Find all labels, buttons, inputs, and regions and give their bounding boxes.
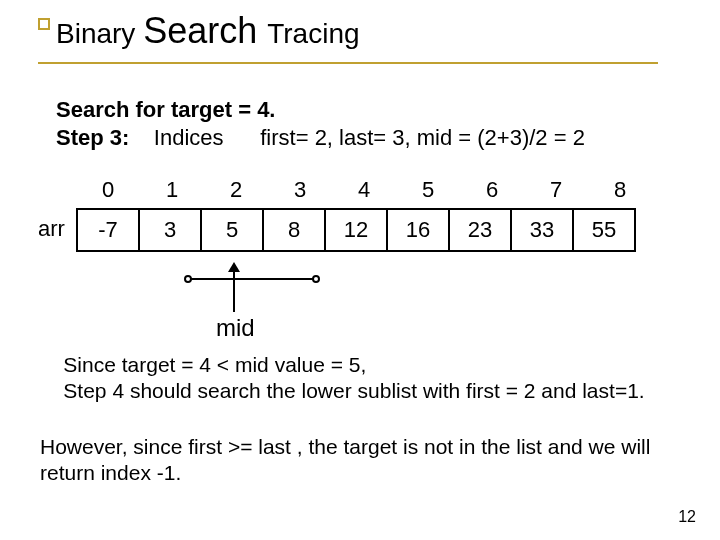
step-rest: first= 2, last= 3, mid = (2+3)/2 = 2 <box>230 125 585 150</box>
target-line: Search for target = 4. <box>56 96 275 124</box>
mid-arrow-stem <box>233 272 235 312</box>
index-row: 012345678 <box>76 172 652 208</box>
array-label: arr <box>38 216 65 242</box>
mid-arrow-head <box>228 262 240 272</box>
value-cell: 23 <box>448 208 512 252</box>
title-accent-square <box>38 18 50 30</box>
value-cell: 3 <box>138 208 202 252</box>
index-cell: 4 <box>332 172 396 208</box>
index-cell: 2 <box>204 172 268 208</box>
index-cell: 0 <box>76 172 140 208</box>
title-part-2: Search <box>143 10 267 51</box>
value-cell: 16 <box>386 208 450 252</box>
title-underline <box>38 62 658 64</box>
mid-label: mid <box>216 314 255 342</box>
step-word: Indices <box>135 125 223 150</box>
step-line: Step 3: Indices first= 2, last= 3, mid =… <box>56 124 585 152</box>
value-cell: 5 <box>200 208 264 252</box>
title-part-3: Tracing <box>267 18 359 49</box>
index-cell: 5 <box>396 172 460 208</box>
explanation-paragraph-2: However, since first >= last , the targe… <box>40 434 680 487</box>
index-cell: 6 <box>460 172 524 208</box>
slide: Binary Search Tracing Search for target … <box>0 0 720 540</box>
index-cell: 8 <box>588 172 652 208</box>
value-cell: 8 <box>262 208 326 252</box>
value-row: -73581216233355 <box>76 208 636 252</box>
explanation-paragraph-1: Since target = 4 < mid value = 5, Step 4… <box>40 352 680 405</box>
title-part-1: Binary <box>56 18 143 49</box>
value-cell: -7 <box>76 208 140 252</box>
value-cell: 12 <box>324 208 388 252</box>
index-cell: 7 <box>524 172 588 208</box>
title-block: Binary Search Tracing <box>38 10 678 52</box>
range-line <box>188 278 316 280</box>
index-cell: 3 <box>268 172 332 208</box>
range-end-right <box>312 275 320 283</box>
value-cell: 55 <box>572 208 636 252</box>
step-label: Step 3: <box>56 125 129 150</box>
index-cell: 1 <box>140 172 204 208</box>
value-cell: 33 <box>510 208 574 252</box>
range-end-left <box>184 275 192 283</box>
slide-number: 12 <box>678 508 696 526</box>
slide-title: Binary Search Tracing <box>56 10 678 52</box>
